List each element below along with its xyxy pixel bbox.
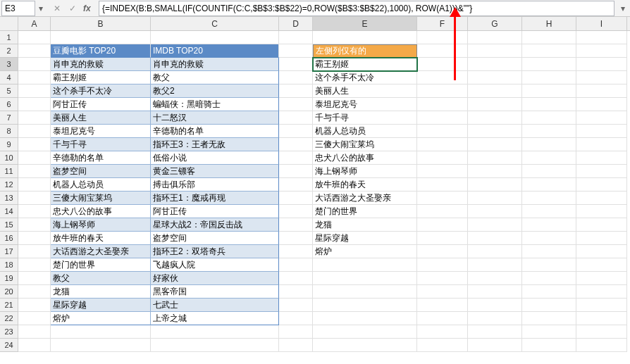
row-header[interactable]: 4 <box>0 71 18 84</box>
cell-E20[interactable] <box>313 285 417 299</box>
cell-G8[interactable] <box>468 125 522 138</box>
cell-A18[interactable] <box>18 258 51 272</box>
column-header-E[interactable]: E <box>313 17 417 30</box>
cell-A2[interactable] <box>18 44 51 58</box>
cell-F1[interactable] <box>417 31 468 44</box>
cell-I1[interactable] <box>576 31 627 44</box>
cell-H16[interactable] <box>522 232 576 245</box>
cell-D16[interactable] <box>279 232 313 245</box>
cell-H5[interactable] <box>522 84 576 98</box>
cell-D15[interactable] <box>279 218 313 232</box>
cell-H1[interactable] <box>522 31 576 44</box>
cell-C12[interactable]: 搏击俱乐部 <box>151 178 279 192</box>
cell-G10[interactable] <box>468 151 522 165</box>
cell-E2[interactable]: 左侧列仅有的 <box>313 44 417 58</box>
cell-B21[interactable]: 星际穿越 <box>51 299 151 312</box>
row-header[interactable]: 6 <box>0 98 18 111</box>
cell-C3[interactable]: 肖申克的救赎 <box>151 58 279 71</box>
cell-F15[interactable] <box>417 218 468 232</box>
cell-G19[interactable] <box>468 272 522 285</box>
cell-I23[interactable] <box>576 325 627 339</box>
cell-I24[interactable] <box>576 339 627 352</box>
cell-A17[interactable] <box>18 245 51 258</box>
formula-bar-expand[interactable]: ▾ <box>617 4 629 13</box>
row-header[interactable]: 16 <box>0 232 18 245</box>
cell-B14[interactable]: 忠犬八公的故事 <box>51 205 151 218</box>
row-header[interactable]: 24 <box>0 339 18 352</box>
cell-H12[interactable] <box>522 178 576 192</box>
cell-E13[interactable]: 大话西游之大圣娶亲 <box>313 192 417 205</box>
cell-A22[interactable] <box>18 312 51 325</box>
fx-icon[interactable]: fx <box>83 4 96 13</box>
cell-B7[interactable]: 美丽人生 <box>51 111 151 125</box>
cell-D11[interactable] <box>279 165 313 178</box>
cell-I5[interactable] <box>576 84 627 98</box>
cell-H11[interactable] <box>522 165 576 178</box>
cell-B23[interactable] <box>51 325 151 339</box>
cell-G23[interactable] <box>468 325 522 339</box>
cell-G17[interactable] <box>468 245 522 258</box>
cell-C1[interactable] <box>151 31 279 44</box>
cell-D17[interactable] <box>279 245 313 258</box>
cell-B8[interactable]: 泰坦尼克号 <box>51 125 151 138</box>
cell-E14[interactable]: 楚门的世界 <box>313 205 417 218</box>
cell-E15[interactable]: 龙猫 <box>313 218 417 232</box>
cell-G13[interactable] <box>468 192 522 205</box>
cell-F12[interactable] <box>417 178 468 192</box>
cell-I9[interactable] <box>576 138 627 151</box>
cell-F20[interactable] <box>417 285 468 299</box>
cell-E21[interactable] <box>313 299 417 312</box>
cell-F10[interactable] <box>417 151 468 165</box>
cell-H9[interactable] <box>522 138 576 151</box>
cell-B17[interactable]: 大话西游之大圣娶亲 <box>51 245 151 258</box>
cell-D3[interactable] <box>279 58 313 71</box>
cell-I12[interactable] <box>576 178 627 192</box>
cell-H21[interactable] <box>522 299 576 312</box>
cell-B11[interactable]: 盗梦空间 <box>51 165 151 178</box>
cell-A24[interactable] <box>18 339 51 352</box>
cell-E9[interactable]: 三傻大闹宝莱坞 <box>313 138 417 151</box>
row-header[interactable]: 22 <box>0 312 18 325</box>
cell-C17[interactable]: 指环王2：双塔奇兵 <box>151 245 279 258</box>
cell-F21[interactable] <box>417 299 468 312</box>
cell-I22[interactable] <box>576 312 627 325</box>
cell-H14[interactable] <box>522 205 576 218</box>
cell-H13[interactable] <box>522 192 576 205</box>
cell-I21[interactable] <box>576 299 627 312</box>
cell-H6[interactable] <box>522 98 576 111</box>
cell-A5[interactable] <box>18 84 51 98</box>
cell-H8[interactable] <box>522 125 576 138</box>
cell-A7[interactable] <box>18 111 51 125</box>
cell-I13[interactable] <box>576 192 627 205</box>
cell-D2[interactable] <box>279 44 313 58</box>
cell-E10[interactable]: 忠犬八公的故事 <box>313 151 417 165</box>
cell-A8[interactable] <box>18 125 51 138</box>
column-header-D[interactable]: D <box>279 17 313 30</box>
row-header[interactable]: 18 <box>0 258 18 272</box>
cell-I18[interactable] <box>576 258 627 272</box>
cell-C13[interactable]: 指环王1：魔戒再现 <box>151 192 279 205</box>
column-header-B[interactable]: B <box>51 17 151 30</box>
row-header[interactable]: 9 <box>0 138 18 151</box>
cell-D24[interactable] <box>279 339 313 352</box>
row-header[interactable]: 17 <box>0 245 18 258</box>
cell-C11[interactable]: 黄金三镖客 <box>151 165 279 178</box>
cell-D6[interactable] <box>279 98 313 111</box>
cell-C19[interactable]: 好家伙 <box>151 272 279 285</box>
cell-F14[interactable] <box>417 205 468 218</box>
cell-H2[interactable] <box>522 44 576 58</box>
cell-D20[interactable] <box>279 285 313 299</box>
cell-E1[interactable] <box>313 31 417 44</box>
cell-F13[interactable] <box>417 192 468 205</box>
cell-F24[interactable] <box>417 339 468 352</box>
cell-E22[interactable] <box>313 312 417 325</box>
cell-F7[interactable] <box>417 111 468 125</box>
cell-B12[interactable]: 机器人总动员 <box>51 178 151 192</box>
cell-H23[interactable] <box>522 325 576 339</box>
cell-F8[interactable] <box>417 125 468 138</box>
cell-E16[interactable]: 星际穿越 <box>313 232 417 245</box>
cell-E7[interactable]: 千与千寻 <box>313 111 417 125</box>
cell-F4[interactable] <box>417 71 468 84</box>
cell-D10[interactable] <box>279 151 313 165</box>
cell-F5[interactable] <box>417 84 468 98</box>
